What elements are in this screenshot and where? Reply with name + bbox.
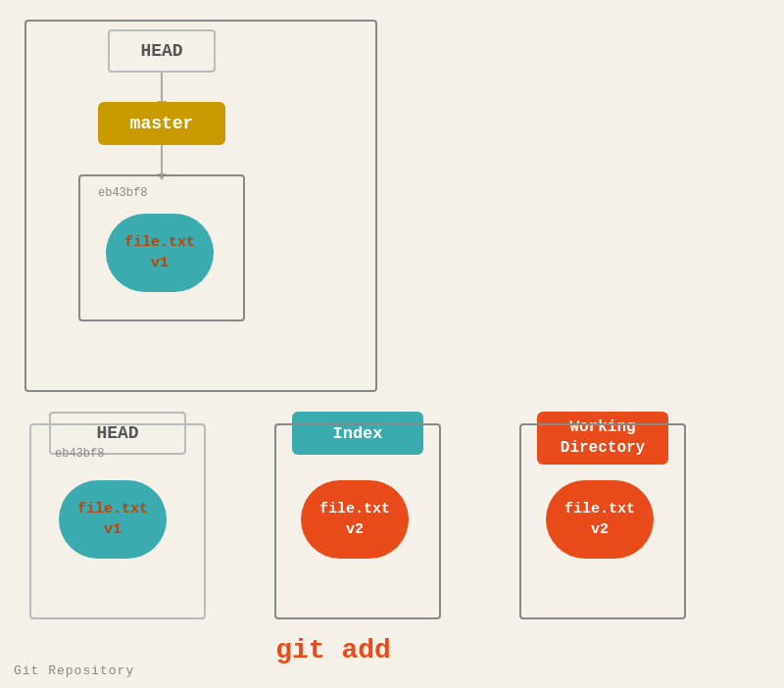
file-blob-index: file.txtv2 xyxy=(301,480,409,559)
head-box-top: HEAD xyxy=(108,29,216,73)
git-repo-label: Git Repository xyxy=(14,663,134,678)
main-container: Git Repository HEAD master eb43bf8 file.… xyxy=(0,0,784,688)
file-blob-workdir: file.txtv2 xyxy=(546,480,654,559)
head-top-label: HEAD xyxy=(140,41,182,61)
arrow-head-to-master xyxy=(161,73,163,102)
commit-id-top: eb43bf8 xyxy=(98,186,147,200)
arrow-master-to-commit xyxy=(161,145,163,174)
file-blob-bottom-head-text: file.txtv1 xyxy=(77,499,148,540)
file-blob-workdir-text: file.txtv2 xyxy=(564,499,635,540)
git-add-label: git add xyxy=(235,635,431,665)
file-blob-top: file.txtv1 xyxy=(106,214,214,292)
bottom-commit-id: eb43bf8 xyxy=(55,447,104,461)
file-blob-top-text: file.txtv1 xyxy=(124,232,195,273)
file-blob-index-text: file.txtv2 xyxy=(319,499,390,540)
master-label: master xyxy=(130,114,194,133)
file-blob-bottom-head: file.txtv1 xyxy=(59,480,167,559)
master-box: master xyxy=(98,102,225,145)
